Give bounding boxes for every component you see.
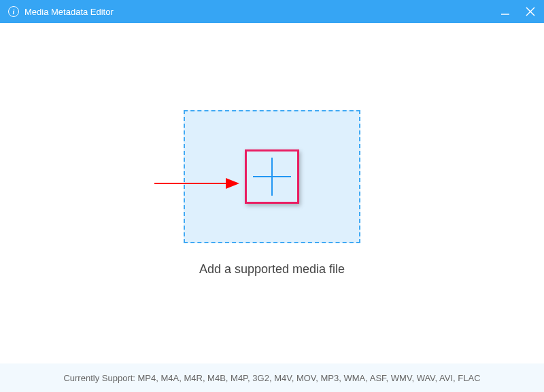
- titlebar-left: i Media Metadata Editor: [8, 6, 500, 17]
- supported-formats-text: Currently Support: MP4, M4A, M4R, M4B, M…: [63, 373, 480, 383]
- annotation-highlight-box: [245, 149, 299, 204]
- window-title: Media Metadata Editor: [24, 7, 114, 17]
- plus-icon: [252, 156, 292, 197]
- minimize-icon: [500, 7, 510, 16]
- main-content: Add a supported media file: [0, 23, 544, 363]
- info-icon: i: [8, 6, 19, 17]
- minimize-button[interactable]: [500, 7, 510, 16]
- close-icon: [525, 6, 536, 17]
- window-controls: [500, 6, 536, 17]
- close-button[interactable]: [525, 6, 536, 17]
- file-dropzone[interactable]: [184, 110, 360, 243]
- instruction-text: Add a supported media file: [199, 262, 345, 277]
- footer: Currently Support: MP4, M4A, M4R, M4B, M…: [0, 363, 544, 392]
- titlebar: i Media Metadata Editor: [0, 0, 544, 23]
